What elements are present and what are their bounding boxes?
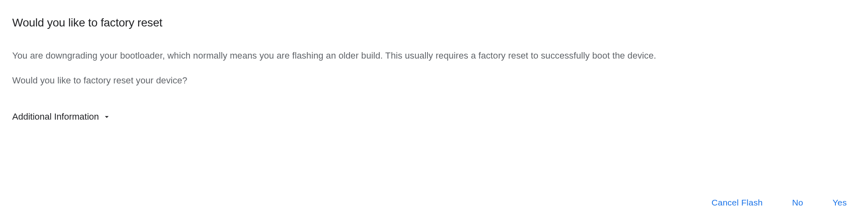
- yes-button[interactable]: Yes: [829, 195, 850, 210]
- additional-information-label: Additional Information: [12, 112, 99, 122]
- dialog-body-line-1: You are downgrading your bootloader, whi…: [12, 49, 856, 62]
- no-button[interactable]: No: [789, 195, 806, 210]
- dialog-actions: Cancel Flash No Yes: [708, 195, 850, 210]
- cancel-flash-button[interactable]: Cancel Flash: [708, 195, 766, 210]
- dialog-body-line-2: Would you like to factory reset your dev…: [12, 74, 856, 87]
- additional-information-toggle[interactable]: Additional Information: [12, 112, 111, 122]
- chevron-down-icon: [102, 112, 111, 121]
- dialog-title: Would you like to factory reset: [12, 16, 856, 29]
